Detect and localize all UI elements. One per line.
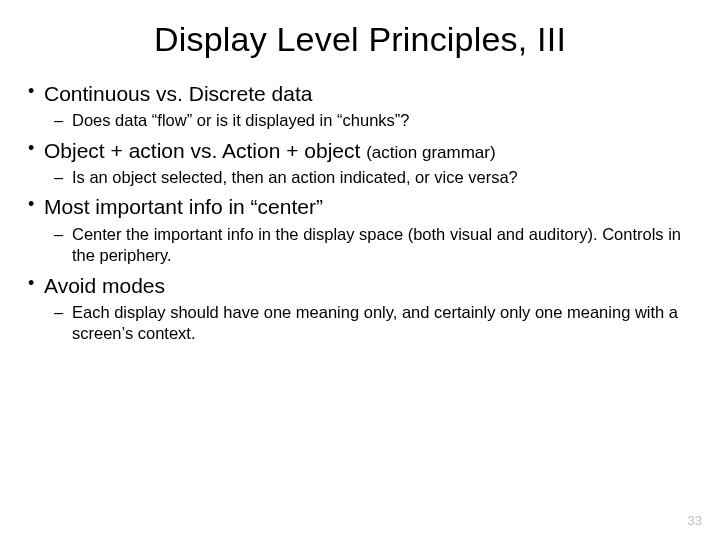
bullet-text: Continuous vs. Discrete data xyxy=(44,81,696,107)
bullet-item: Continuous vs. Discrete data Does data “… xyxy=(24,81,696,132)
bullet-item: Object + action vs. Action + object (act… xyxy=(24,138,696,189)
bullet-text: Avoid modes xyxy=(44,273,696,299)
slide-body: Continuous vs. Discrete data Does data “… xyxy=(0,81,720,345)
slide-title: Display Level Principles, III xyxy=(0,20,720,59)
page-number: 33 xyxy=(688,513,702,528)
bullet-item: Most important info in “center” Center t… xyxy=(24,194,696,266)
bullet-item: Avoid modes Each display should have one… xyxy=(24,273,696,345)
sub-bullet-text: Does data “flow” or is it displayed in “… xyxy=(44,110,696,131)
bullet-text: Most important info in “center” xyxy=(44,194,696,220)
sub-bullet-text: Center the important info in the display… xyxy=(44,224,696,267)
sub-bullet-text: Is an object selected, then an action in… xyxy=(44,167,696,188)
bullet-text: Object + action vs. Action + object (act… xyxy=(44,138,696,164)
sub-bullet-text: Each display should have one meaning onl… xyxy=(44,302,696,345)
